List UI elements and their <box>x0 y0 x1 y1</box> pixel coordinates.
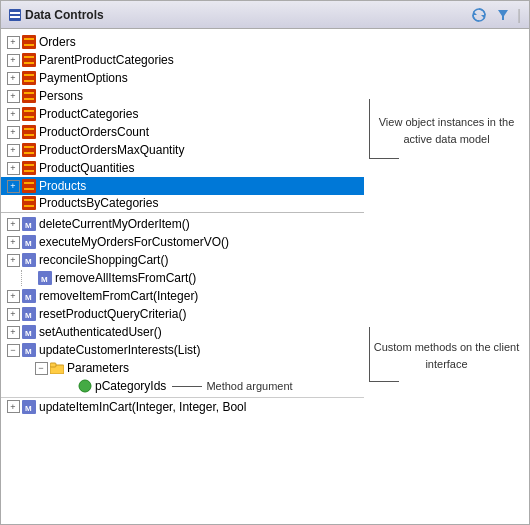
expand-products[interactable] <box>5 178 21 194</box>
expand-orders[interactable] <box>5 34 21 50</box>
tree-item-persons[interactable]: Persons <box>1 87 364 105</box>
svg-rect-13 <box>24 74 34 76</box>
folder-icon <box>49 360 65 376</box>
item-label-productorderscount: ProductOrdersCount <box>39 125 149 139</box>
callout-bottom-line-h <box>369 381 399 382</box>
tree-item-productcategories[interactable]: ProductCategories <box>1 105 364 123</box>
svg-rect-17 <box>24 98 34 100</box>
expand-updatecustomerinterests[interactable] <box>5 342 21 358</box>
tree-item-productordersmaxquantity[interactable]: ProductOrdersMaxQuantity <box>1 141 364 159</box>
tree-item-productquantities[interactable]: ProductQuantities <box>1 159 364 177</box>
item-label-removeitemfromcart: removeItemFromCart(Integer) <box>39 289 198 303</box>
tree-item-executemyordersforcustomervo[interactable]: M executeMyOrdersForCustomerVO() <box>1 233 364 251</box>
tree-item-parameters[interactable]: Parameters <box>1 359 364 377</box>
svg-rect-20 <box>24 116 34 118</box>
expand-deletecurrentmyorderitem[interactable] <box>5 216 21 232</box>
svg-rect-0 <box>9 9 21 21</box>
svg-rect-23 <box>24 134 34 136</box>
item-label-reconcileshoppingcart: reconcileShoppingCart() <box>39 253 168 267</box>
tree-item-pcategoryids[interactable]: pCategoryIds Method argument <box>1 377 364 395</box>
filter-icon[interactable] <box>493 5 513 25</box>
entity-icon <box>21 106 37 122</box>
method-icon: M <box>21 216 37 232</box>
entity-icon <box>21 142 37 158</box>
tree-item-paymentoptions[interactable]: PaymentOptions <box>1 69 364 87</box>
svg-rect-16 <box>24 92 34 94</box>
svg-rect-31 <box>24 182 34 184</box>
expand-setauthenticateduser[interactable] <box>5 324 21 340</box>
svg-text:M: M <box>25 293 32 302</box>
tree-item-setauthenticateduser[interactable]: M setAuthenticatedUser() <box>1 323 364 341</box>
expand-productcategories[interactable] <box>5 106 21 122</box>
expand-parameters[interactable] <box>33 360 49 376</box>
tree-item-deletecurrentmyorderitem[interactable]: M deleteCurrentMyOrderItem() <box>1 215 364 233</box>
toolbar-separator: | <box>517 7 521 23</box>
expand-removeitemfromcart[interactable] <box>5 288 21 304</box>
panel-body: Orders ParentProductCategories PaymentOp… <box>1 29 529 524</box>
item-label-resetproductquerycriteria: resetProductQueryCriteria() <box>39 307 186 321</box>
panel-title: Data Controls <box>25 8 465 22</box>
expand-none <box>21 270 37 286</box>
data-controls-panel: Data Controls | Orders <box>0 0 530 525</box>
svg-text:M: M <box>25 257 32 266</box>
tree-item-orders[interactable]: Orders <box>1 33 364 51</box>
svg-rect-21 <box>22 125 36 139</box>
method-icon: M <box>37 270 53 286</box>
expand-parentproductcategories[interactable] <box>5 52 21 68</box>
svg-rect-22 <box>24 128 34 130</box>
expand-productquantities[interactable] <box>5 160 21 176</box>
refresh-icon[interactable] <box>469 5 489 25</box>
svg-marker-5 <box>498 10 508 20</box>
tree-item-productorderscount[interactable]: ProductOrdersCount <box>1 123 364 141</box>
item-label-products: Products <box>39 179 86 193</box>
callout-top-line-h <box>369 158 399 159</box>
tree-item-updatecustomerinterests[interactable]: M updateCustomerInterests(List) <box>1 341 364 359</box>
svg-rect-10 <box>24 56 34 58</box>
item-label-productordersmaxquantity: ProductOrdersMaxQuantity <box>39 143 184 157</box>
method-icon: M <box>21 306 37 322</box>
svg-rect-53 <box>50 363 56 367</box>
callout-top-line-v <box>369 99 370 159</box>
expand-none <box>5 195 21 211</box>
svg-rect-24 <box>22 143 36 157</box>
svg-rect-8 <box>24 44 34 46</box>
svg-text:M: M <box>25 404 32 413</box>
expand-none <box>61 378 77 394</box>
tree-item-resetproductquerycriteria[interactable]: M resetProductQueryCriteria() <box>1 305 364 323</box>
tree-item-productsbycategories[interactable]: ProductsByCategories <box>1 195 364 213</box>
svg-rect-28 <box>24 164 34 166</box>
tree-item-removeallitemsfromcart[interactable]: M removeAllItemsFromCart() <box>1 269 364 287</box>
entity-icon-selected <box>21 178 37 194</box>
entity-icon <box>21 88 37 104</box>
svg-rect-26 <box>24 152 34 154</box>
svg-rect-11 <box>24 62 34 64</box>
expand-productordersmaxquantity[interactable] <box>5 142 21 158</box>
svg-rect-33 <box>22 196 36 210</box>
expand-executemyordersforcustomervo[interactable] <box>5 234 21 250</box>
svg-text:M: M <box>25 329 32 338</box>
expand-persons[interactable] <box>5 88 21 104</box>
expand-reconcileshoppingcart[interactable] <box>5 252 21 268</box>
tree-item-reconcileshoppingcart[interactable]: M reconcileShoppingCart() <box>1 251 364 269</box>
svg-rect-15 <box>22 89 36 103</box>
svg-rect-6 <box>22 35 36 49</box>
expand-productorderscount[interactable] <box>5 124 21 140</box>
expand-paymentoptions[interactable] <box>5 70 21 86</box>
entity-icon <box>21 52 37 68</box>
tree-item-updateitemincart[interactable]: M updateItemInCart(Integer, Integer, Boo… <box>1 397 364 415</box>
method-icon: M <box>21 324 37 340</box>
entity-icon <box>21 160 37 176</box>
expand-updateitemincart[interactable] <box>5 399 21 415</box>
tree-area[interactable]: Orders ParentProductCategories PaymentOp… <box>1 29 364 524</box>
svg-rect-27 <box>22 161 36 175</box>
tree-item-removeitemfromcart[interactable]: M removeItemFromCart(Integer) <box>1 287 364 305</box>
entity-icon <box>21 70 37 86</box>
callout-bottom-line-v <box>369 327 370 382</box>
tree-item-products[interactable]: Products <box>1 177 364 195</box>
method-icon: M <box>21 234 37 250</box>
item-label-updateitemincart: updateItemInCart(Integer, Integer, Bool <box>39 400 246 414</box>
svg-text:M: M <box>41 275 48 284</box>
item-label-updatecustomerinterests: updateCustomerInterests(List) <box>39 343 200 357</box>
tree-item-parentproductcategories[interactable]: ParentProductCategories <box>1 51 364 69</box>
expand-resetproductquerycriteria[interactable] <box>5 306 21 322</box>
